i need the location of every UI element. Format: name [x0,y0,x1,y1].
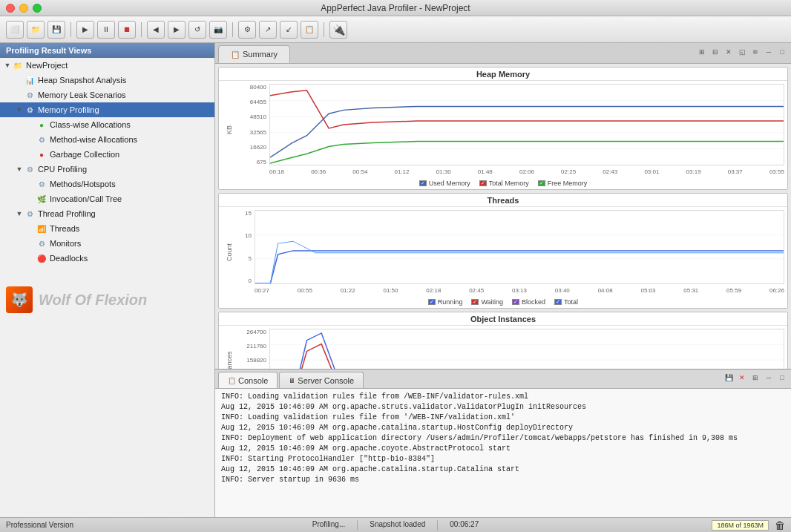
toolbar-snapshot[interactable]: 📷 [209,21,227,39]
sidebar-item-hotspots[interactable]: ⚙ Methods/Hotspots [0,177,214,191]
sidebar-item-threads[interactable]: 📶 Threads [0,221,214,236]
close-button[interactable] [6,4,15,13]
threads-check-running[interactable]: ✓ [428,299,436,305]
tab-icon-2[interactable]: ⊟ [709,46,721,58]
sidebar-label-threads: Threads [50,224,79,233]
threads-y-axis: 15 10 5 0 [237,210,255,284]
toolbar-back[interactable]: ◀ [147,21,165,39]
threads-svg [255,210,784,284]
threads-x-3: 01:50 [383,287,398,294]
toolbar-plugin[interactable]: 🔌 [329,21,347,39]
toolbar-fwd[interactable]: ▶ [168,21,186,39]
threads-legend-running: ✓ Running [428,298,463,306]
toolbar-export[interactable]: ↗ [259,21,277,39]
threads-legend: ✓ Running ✓ Waiting ✓ Blocked ✓ [219,297,787,308]
toolbar-stop[interactable]: ⏹ [118,21,136,39]
sidebar-item-heap[interactable]: 📊 Heap Snapshot Analysis [0,73,214,88]
threads-icon: 📶 [36,223,47,234]
sidebar-item-calltree[interactable]: 🌿 Invocation/Call Tree [0,191,214,206]
toolbar-play[interactable]: ▶ [76,21,94,39]
maximize-button[interactable] [33,4,42,13]
memoryleak-icon: ⚙ [24,89,36,101]
charts-container: Heap Memory KB 80400 64455 48510 32565 [215,64,791,369]
heap-svg-area: 00:18 00:36 00:54 01:12 01:30 01:48 02:0… [269,84,784,175]
heap-legend-total-label: Total Memory [489,180,529,187]
threads-x-5: 02:45 [469,287,484,294]
heap-x-0: 00:18 [269,168,284,175]
threads-check-waiting[interactable]: ✓ [471,299,479,305]
heap-legend-free: ✓ Free Memory [538,180,588,187]
console-max-btn[interactable]: □ [776,372,788,384]
threads-legend-total-label: Total [564,298,578,306]
sidebar-item-gc[interactable]: ● Garbage Collection [0,147,214,162]
tab-icon-4[interactable]: ◱ [736,46,748,58]
sidebar-item-classalloc[interactable]: ● Class-wise Allocations [0,117,214,132]
toolbar-settings[interactable]: ⚙ [238,21,256,39]
console-save-btn[interactable]: 💾 [723,372,735,384]
tab-icon-5[interactable]: ≋ [749,46,761,58]
threads-x-10: 05:31 [683,287,698,294]
threads-x-9: 05:03 [640,287,655,294]
heap-check-used[interactable]: ✓ [419,180,427,186]
toolbar-sep4 [324,22,324,37]
tab-icon-1[interactable]: ⊞ [696,46,708,58]
heap-icon: 📊 [24,74,36,86]
minimize-button[interactable] [19,4,28,13]
toggle-newproject[interactable]: ▼ [3,62,12,69]
toolbar-import[interactable]: ↙ [280,21,298,39]
heap-y-tick-2: 48510 [250,114,266,120]
toolbar-refresh[interactable]: ↺ [188,21,206,39]
heap-chart-area: 80400 64455 48510 32565 16620 675 [237,84,784,175]
tab-summary[interactable]: 📋 Summary [218,45,290,63]
sidebar-label-gc: Garbage Collection [50,150,119,159]
heap-chart-title: Heap Memory [219,68,787,81]
statusbar: Professional Version Profiling... Snapsh… [0,517,791,532]
toggle-cpuprofiling[interactable]: ▼ [15,165,24,173]
toggle-threadprofiling[interactable]: ▼ [15,210,24,217]
threads-x-6: 03:13 [512,287,527,294]
sidebar-label-classalloc: Class-wise Allocations [50,120,131,129]
sidebar-label-newproject: NewProject [26,61,68,70]
threads-y-label: Count [222,210,237,294]
sidebar-item-deadlocks[interactable]: 🔴 Deadlocks [0,251,214,266]
threads-y-tick-1: 10 [245,232,252,239]
heap-check-total[interactable]: ✓ [479,180,487,186]
heap-y-label: KB [222,84,237,175]
threads-x-7: 03:40 [555,287,570,294]
titlebar: AppPerfect Java Profiler - NewProject [0,0,791,16]
toolbar-save[interactable]: 💾 [47,21,65,39]
console-min-btn[interactable]: ─ [763,372,775,384]
sidebar-item-newproject[interactable]: ▼ 📁 NewProject [0,58,214,73]
toolbar-report[interactable]: 📋 [301,21,318,39]
toolbar-open[interactable]: 📁 [27,21,45,39]
sidebar-item-threadprofiling[interactable]: ▼ ⚙ Thread Profiling [0,206,214,221]
tab-icon-3[interactable]: ✕ [723,46,735,58]
console-tab-server[interactable]: 🖥 Server Console [279,372,364,388]
threads-check-blocked[interactable]: ✓ [512,299,519,305]
threads-legend-running-label: Running [438,298,463,306]
toolbar-new[interactable]: ⬜ [6,21,24,39]
console-clear-btn[interactable]: ✕ [736,372,748,384]
tab-icon-max[interactable]: □ [776,46,788,58]
toolbar-pause[interactable]: ⏸ [97,21,115,39]
sidebar-item-memoryprofiling[interactable]: ▼ ⚙ Memory Profiling [0,102,214,117]
sidebar-item-memoryleak[interactable]: ⚙ Memory Leak Scenarios [0,88,214,102]
heap-x-2: 00:54 [352,168,367,175]
sidebar-item-monitors[interactable]: ⚙ Monitors [0,236,214,251]
sidebar-item-methodalloc[interactable]: ⚙ Method-wise Allocations [0,132,214,147]
console-body[interactable]: INFO: Loading validation rules file from… [215,389,791,517]
watermark-text: Wolf Of Flexion [39,292,147,309]
status-memory-icon[interactable]: 🗑 [775,519,785,531]
threads-check-total[interactable]: ✓ [554,299,562,305]
heap-y-tick-1: 64455 [250,99,266,105]
console-tab-console[interactable]: 📋 Console [218,372,278,388]
console-tab-bar: 📋 Console 🖥 Server Console 💾 ✕ ⊞ ─ □ [215,370,791,389]
console-expand-btn[interactable]: ⊞ [749,372,761,384]
tab-icon-min[interactable]: ─ [763,46,775,58]
toggle-memoryprofiling[interactable]: ▼ [15,106,24,114]
sidebar-item-cpuprofiling[interactable]: ▼ ⚙ CPU Profiling [0,162,214,177]
heap-x-1: 00:36 [311,168,326,175]
objects-y-tick-0: 264700 [246,329,266,335]
heap-check-free[interactable]: ✓ [538,180,545,186]
console-area: 📋 Console 🖥 Server Console 💾 ✕ ⊞ ─ □ [215,369,791,517]
